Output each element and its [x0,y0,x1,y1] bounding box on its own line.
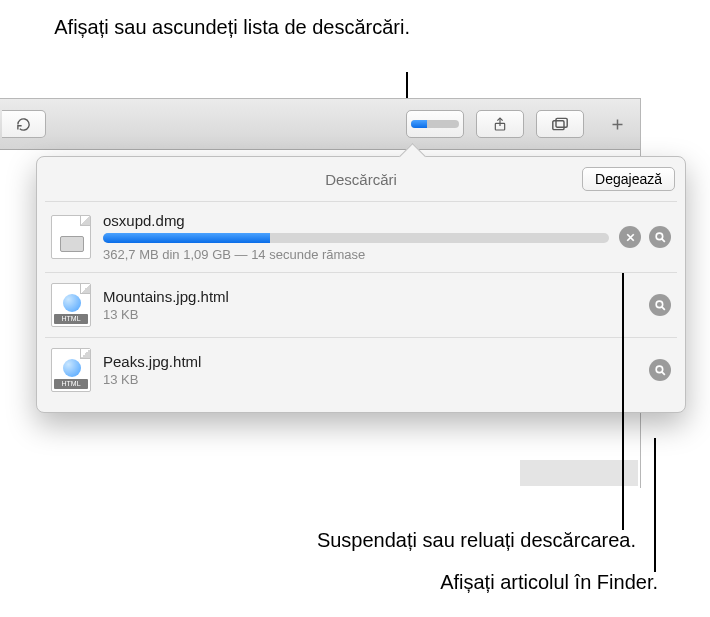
clear-downloads-label: Degajează [595,171,662,187]
share-button[interactable] [476,110,524,138]
tabs-icon [550,116,570,132]
download-item[interactable]: HTML Mountains.jpg.html 13 KB [45,272,677,337]
tab-overview-button[interactable] [536,110,584,138]
callout-text: Afișați articolul în Finder. [440,571,658,593]
callout-pause-resume: Suspendați sau reluați descărcarea. [317,529,636,552]
magnify-icon [654,231,667,244]
svg-point-5 [656,366,663,373]
reload-icon [16,117,31,132]
downloads-popover-title: Descărcări [325,171,397,188]
callout-text: Afișați sau ascundeți lista de descărcăr… [54,16,410,38]
download-actions [649,359,671,381]
file-icon-dmg [51,215,91,259]
downloads-progress-bar [411,120,459,128]
callout-show-hide-downloads: Afișați sau ascundeți lista de descărcăr… [50,14,410,40]
file-icon-html: HTML [51,283,91,327]
downloads-list: osxupd.dmg 362,7 MB din 1,09 GB — 14 sec… [37,201,685,412]
download-filename: osxupd.dmg [103,212,609,229]
svg-rect-2 [556,118,567,127]
reveal-in-finder-button[interactable] [649,294,671,316]
downloads-toolbar-button[interactable] [406,110,464,138]
download-filename: Mountains.jpg.html [103,288,639,305]
html-badge: HTML [54,379,88,389]
download-info: osxupd.dmg 362,7 MB din 1,09 GB — 14 sec… [103,212,609,262]
share-icon [492,115,508,133]
download-status: 13 KB [103,307,639,322]
content-shadow [520,460,638,486]
downloads-popover-header: Descărcări Degajează [37,157,685,201]
download-info: Peaks.jpg.html 13 KB [103,353,639,387]
callout-leader-line [654,438,656,572]
download-item[interactable]: osxupd.dmg 362,7 MB din 1,09 GB — 14 sec… [45,201,677,272]
download-status: 362,7 MB din 1,09 GB — 14 secunde rămase [103,247,609,262]
callout-show-in-finder: Afișați articolul în Finder. [440,571,658,594]
svg-point-3 [656,233,663,240]
download-item[interactable]: HTML Peaks.jpg.html 13 KB [45,337,677,402]
clear-downloads-button[interactable]: Degajează [582,167,675,191]
downloads-progress-fill [411,120,427,128]
svg-point-4 [656,301,663,308]
download-progress-bar [103,233,609,243]
plus-icon [610,117,625,132]
close-icon [624,231,637,244]
download-filename: Peaks.jpg.html [103,353,639,370]
download-actions [619,226,671,248]
reveal-in-finder-button[interactable] [649,359,671,381]
download-progress-fill [103,233,270,243]
magnify-icon [654,364,667,377]
html-badge: HTML [54,314,88,324]
download-status: 13 KB [103,372,639,387]
file-icon-html: HTML [51,348,91,392]
magnify-icon [654,299,667,312]
callout-text: Suspendați sau reluați descărcarea. [317,529,636,551]
browser-toolbar [0,98,640,150]
download-actions [649,294,671,316]
stop-download-button[interactable] [619,226,641,248]
callout-leader-line [622,273,624,530]
download-info: Mountains.jpg.html 13 KB [103,288,639,322]
svg-rect-1 [553,121,564,130]
downloads-popover: Descărcări Degajează osxupd.dmg 362,7 MB… [36,156,686,413]
reveal-in-finder-button[interactable] [649,226,671,248]
reload-button[interactable] [2,110,46,138]
new-tab-button[interactable] [596,110,638,138]
